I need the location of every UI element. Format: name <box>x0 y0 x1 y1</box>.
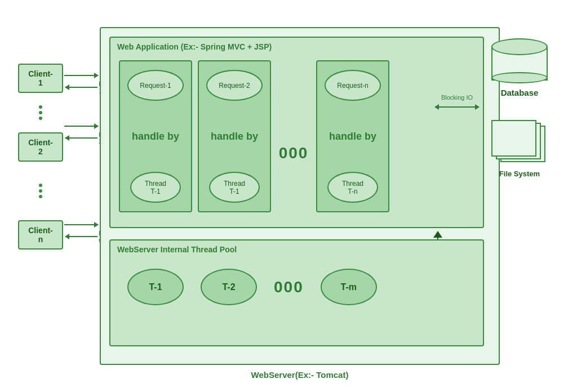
request-oval-n: Request-n <box>325 70 381 101</box>
threadpool-threads: T-1 T-2 000 T-m <box>127 269 471 305</box>
dot-1 <box>39 105 42 109</box>
database-box: Database <box>483 38 556 97</box>
pool-oval-m: T-m <box>321 269 377 305</box>
handle-text-n: handle by <box>329 131 376 142</box>
request-oval-2: Request-2 <box>206 70 263 101</box>
thread-oval-2: ThreadT-1 <box>209 172 260 203</box>
webserver-label: WebServer(Ex:- Tomcat) <box>251 370 349 380</box>
client-dots <box>39 103 42 122</box>
thread-col-n: Request-n handle by ThreadT-n <box>316 60 389 212</box>
filesystem-label: File System <box>499 170 540 178</box>
webapp-box: Web Application (Ex:- Spring MVC + JSP) … <box>109 37 484 228</box>
pool-dots: 000 <box>274 278 304 296</box>
db-top <box>491 38 548 55</box>
thread-columns: Request-1 handle by ThreadT-1 Request-2 … <box>119 60 474 212</box>
webapp-title: Web Application (Ex:- Spring MVC + JSP) <box>117 42 272 51</box>
clients-column: Client-1 Request-1 Response-1 Client-2 R… <box>18 64 63 250</box>
client-box-1: Client-1 <box>18 64 63 93</box>
client-box-2: Client-2 <box>18 132 63 162</box>
db-cylinder <box>491 38 548 83</box>
diagram: Client-1 Request-1 Response-1 Client-2 R… <box>12 10 565 382</box>
handle-text-1: handle by <box>132 131 179 142</box>
webapp-dots: 000 <box>277 110 310 162</box>
filesystem-box: File System <box>491 120 548 178</box>
blocking-io-section: Blocking IO <box>434 94 480 111</box>
request-oval-1: Request-1 <box>127 70 184 101</box>
fs-pages <box>491 120 548 165</box>
pool-oval-2: T-2 <box>201 269 257 305</box>
dot-3 <box>39 117 42 120</box>
pool-oval-1: T-1 <box>127 269 184 305</box>
thread-oval-1: ThreadT-1 <box>130 172 181 203</box>
client-dots-2 <box>39 181 42 201</box>
dot-6 <box>39 195 42 198</box>
threadpool-box: WebServer Internal Thread Pool T-1 T-2 0… <box>109 239 484 346</box>
dot-2 <box>39 111 42 114</box>
db-bottom-ellipse <box>491 72 548 83</box>
client-box-n: Client-n <box>18 220 63 250</box>
handle-text-2: handle by <box>211 131 258 142</box>
thread-oval-n: ThreadT-n <box>327 172 378 203</box>
vert-arrow-up <box>433 231 442 238</box>
fs-page-3 <box>491 120 536 157</box>
threadpool-title: WebServer Internal Thread Pool <box>117 245 237 254</box>
database-label: Database <box>501 88 539 97</box>
thread-col-1: Request-1 handle by ThreadT-1 <box>119 60 192 212</box>
webserver-outer: Web Application (Ex:- Spring MVC + JSP) … <box>100 27 500 365</box>
blocking-io-label: Blocking IO <box>441 94 473 101</box>
external-resources: Database File System <box>483 38 556 178</box>
dot-5 <box>39 189 42 193</box>
dot-4 <box>39 184 42 187</box>
thread-col-2: Request-2 handle by ThreadT-1 <box>198 60 271 212</box>
blocking-io-arrow <box>434 103 480 111</box>
